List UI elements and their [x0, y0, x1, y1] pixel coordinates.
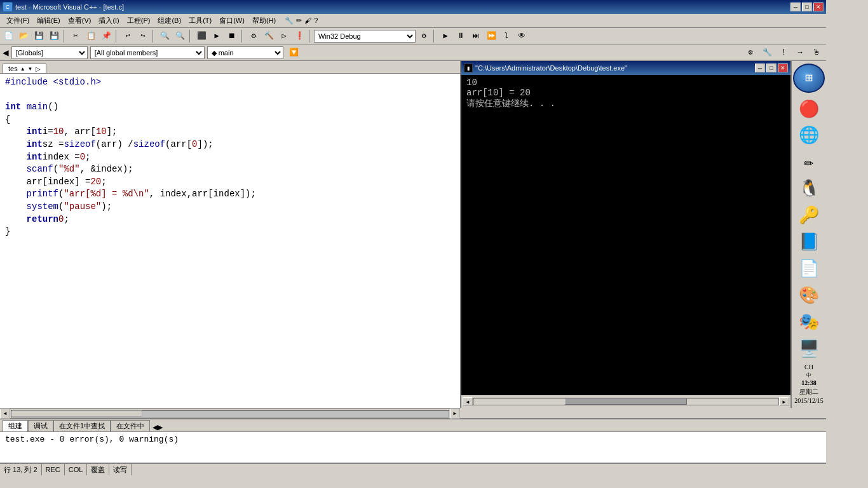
console-line-3: 请按任意键继续. . .	[466, 98, 785, 109]
run2-btn[interactable]: ▷	[277, 29, 291, 43]
menu-file[interactable]: 文件(F)	[3, 15, 33, 27]
find-all-btn[interactable]: 🔍	[173, 29, 187, 43]
scrollbar-right-btn[interactable]: ▶	[779, 397, 789, 406]
redo-btn[interactable]: ↪	[136, 29, 150, 43]
color-palette-icon[interactable]: 🎨	[795, 283, 823, 308]
toolbar-btn3[interactable]: !	[776, 46, 790, 60]
console-title-buttons: ─ □ ✕	[755, 64, 788, 72]
watch-btn[interactable]: 👁	[515, 29, 529, 43]
config-btn[interactable]: ⚙	[417, 29, 431, 43]
right-sidebar: ⊞ 🔴 🌐 ✏️ 🐧 🔑 📘 📄 �	[790, 61, 826, 408]
minimize-button[interactable]: ─	[790, 3, 801, 11]
paste-btn[interactable]: 📌	[99, 29, 113, 43]
main-content-area: tes ▲ ▼ ▷ #include <stdio.h> int main() …	[0, 61, 826, 408]
editor-tab-nav-up[interactable]: ▲	[20, 66, 25, 72]
breakpoint-btn[interactable]: ⬛	[194, 29, 208, 43]
build-config-select[interactable]: Win32 Debug	[314, 30, 416, 43]
output-nav-next[interactable]: ▶	[158, 423, 163, 431]
menu-insert[interactable]: 插入(I)	[95, 15, 123, 27]
status-row-col: 行 13, 列 2	[0, 464, 42, 475]
scrollbar-track[interactable]	[473, 398, 779, 405]
toolbar-btn4[interactable]: →	[793, 46, 807, 60]
open-btn[interactable]: 📂	[17, 29, 31, 43]
step3-btn[interactable]: ⤵	[499, 29, 513, 43]
editor-tab-arrow[interactable]: ▷	[36, 65, 41, 72]
build-icon[interactable]: 🔧	[285, 17, 294, 25]
console-scrollbar[interactable]: ◀ ▶	[461, 395, 790, 408]
members-select[interactable]: [All global members]	[90, 46, 205, 59]
save-btn[interactable]: 💾	[32, 29, 46, 43]
main-select[interactable]: ◆ main	[207, 46, 283, 59]
code-hscrollbar[interactable]: ◀ ▶	[0, 408, 460, 418]
find-btn[interactable]: 🔍	[158, 29, 172, 43]
cut-btn[interactable]: ✂	[69, 29, 83, 43]
copy-btn[interactable]: 📋	[84, 29, 98, 43]
build-btn[interactable]: 🔨	[262, 29, 276, 43]
svn-icon[interactable]: 🔑	[795, 203, 823, 228]
undo-btn[interactable]: ↩	[121, 29, 135, 43]
menu-view[interactable]: 查看(V)	[64, 15, 95, 27]
nav-prev[interactable]: ◀	[3, 46, 9, 59]
hscroll-right-btn[interactable]: ▶	[450, 409, 460, 419]
step-btn[interactable]: ⏭	[469, 29, 483, 43]
run-btn[interactable]: ▶	[210, 29, 224, 43]
console-minimize-btn[interactable]: ─	[755, 64, 765, 72]
code-line-7: int index = 0;	[5, 151, 455, 164]
status-bar: 行 13, 列 2 REC COL 覆盖 读写	[0, 463, 826, 475]
output-tab-debug[interactable]: 调试	[28, 420, 53, 431]
edit-icon[interactable]: ✏	[296, 17, 302, 25]
menu-window[interactable]: 窗口(W)	[215, 15, 248, 27]
status-col: COL	[65, 464, 88, 475]
hscroll-left-btn[interactable]: ◀	[0, 409, 10, 419]
scrollbar-left-btn[interactable]: ◀	[463, 397, 473, 406]
output-tab-find1[interactable]: 在文件1中查找	[53, 420, 111, 431]
globals-select[interactable]: [Globals]	[11, 46, 88, 59]
pdf-icon[interactable]: 📄	[795, 256, 823, 281]
hscroll-thumb[interactable]	[11, 410, 142, 417]
stop-btn[interactable]: ⏹	[225, 29, 239, 43]
editor-tab-label: tes	[8, 65, 18, 72]
toolbar-standard: 📄 📂 💾 💾 ✂ 📋 📌 ↩ ↪ 🔍 🔍 ⬛ ▶ ⏹ ⚙ 🔨 ▷ ❗ Win3…	[0, 28, 826, 44]
new-btn[interactable]: 📄	[1, 29, 15, 43]
scrollbar-thumb[interactable]	[565, 398, 687, 405]
editor-tab-nav-dn[interactable]: ▼	[28, 66, 33, 72]
chrome-icon[interactable]: 🌐	[795, 123, 823, 148]
output-tab-build[interactable]: 组建	[3, 420, 28, 431]
menu-build[interactable]: 组建(B)	[154, 15, 185, 27]
close-button[interactable]: ✕	[813, 3, 824, 11]
filter-btn[interactable]: 🔽	[287, 46, 301, 60]
fn-main: main	[27, 101, 48, 114]
toolbar-btn1[interactable]: ⚙	[743, 46, 757, 60]
error-btn[interactable]: ❗	[292, 29, 306, 43]
screen-icon[interactable]: 🖥️	[795, 336, 823, 362]
maximize-button[interactable]: □	[802, 3, 812, 11]
menu-edit[interactable]: 编辑(E)	[33, 15, 64, 27]
title-bar: C test - Microsoft Visual C++ - [test.c]…	[0, 0, 826, 14]
code-editor-content[interactable]: #include <stdio.h> int main() { int i=10…	[0, 74, 460, 408]
menu-tools[interactable]: 工具(T)	[185, 15, 215, 27]
console-close-btn[interactable]: ✕	[778, 64, 788, 72]
toolbar-btn2[interactable]: 🔧	[760, 46, 774, 60]
stop2-btn[interactable]: ⏸	[454, 29, 468, 43]
netease-music-icon[interactable]: 🔴	[795, 97, 823, 122]
help-icon[interactable]: ?	[314, 17, 318, 25]
step2-btn[interactable]: ⏩	[484, 29, 498, 43]
toolbar-btn5[interactable]: 🖱	[810, 46, 824, 60]
vs-icon[interactable]: 📘	[795, 229, 823, 255]
output-nav-prev[interactable]: ◀	[153, 423, 158, 431]
editor-tab-testc[interactable]: tes ▲ ▼ ▷	[3, 64, 46, 73]
save-all-btn[interactable]: 💾	[47, 29, 61, 43]
menu-project[interactable]: 工程(P)	[123, 15, 154, 27]
theme-icon[interactable]: 🎭	[795, 309, 823, 335]
menu-bar: 文件(F) 编辑(E) 查看(V) 插入(I) 工程(P) 组建(B) 工具(T…	[0, 14, 826, 28]
console-maximize-btn[interactable]: □	[766, 64, 776, 72]
compile-btn[interactable]: ⚙	[247, 29, 261, 43]
play-btn[interactable]: ▶	[438, 29, 452, 43]
menu-help[interactable]: 帮助(H)	[248, 15, 280, 27]
palette-icon[interactable]: 🖌	[304, 17, 311, 25]
draw-icon[interactable]: ✏️	[795, 149, 823, 175]
qq-icon[interactable]: 🐧	[795, 176, 823, 201]
windows-start-button[interactable]: ⊞	[793, 64, 825, 93]
hscroll-track[interactable]	[11, 410, 449, 417]
output-tab-find2[interactable]: 在文件中	[111, 420, 150, 431]
